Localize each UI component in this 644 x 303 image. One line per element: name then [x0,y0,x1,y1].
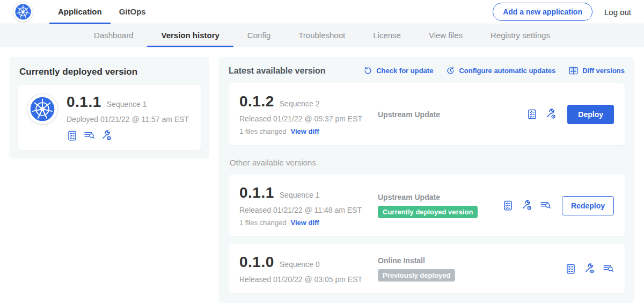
configure-automatic-updates-link[interactable]: Configure automatic updates [446,66,555,75]
preflight-checklist-icon[interactable] [526,109,538,120]
diff-versions-link[interactable]: Diff versions [568,66,625,76]
version-card-left: 0.1.1 Sequence 1 Released 01/21/22 @ 11:… [239,184,378,227]
tab-troubleshoot[interactable]: Troubleshoot [284,24,359,47]
nav-gitops-label: GitOps [119,7,146,16]
files-changed-label: 1 files changed [239,127,286,135]
tab-version-history[interactable]: Version history [147,24,233,47]
app-header: Application GitOps Add a new application… [0,0,644,24]
kubernetes-helm-icon [30,97,55,121]
version-card-middle: Online Install Previously deployed [378,256,565,282]
version-row: 0.1.1 Sequence 1 [239,184,378,201]
deploy-logs-icon[interactable] [603,263,614,275]
deployed-card-body: 0.1.1 Sequence 1 Deployed 01/21/22 @ 11:… [67,93,189,141]
config-wrench-eye-icon[interactable] [584,263,595,275]
tab-registry-settings[interactable]: Registry settings [477,24,564,47]
check-for-update-label: Check for update [376,67,433,75]
deploy-button[interactable]: Deploy [567,105,614,124]
version-card-0-1-0: 0.1.0 Sequence 0 Released 01/20/22 @ 03:… [229,244,625,293]
version-number: 0.1.0 [239,254,274,271]
version-card-left: 0.1.0 Sequence 0 Released 01/20/22 @ 03:… [239,254,378,284]
currently-deployed-panel: Currently deployed version 0.1.1 Sequenc… [10,57,209,158]
version-card-actions [565,263,614,275]
redeploy-button[interactable]: Redeploy [562,196,614,215]
version-row: 0.1.2 Sequence 2 [239,93,378,110]
main-content: Currently deployed version 0.1.1 Sequenc… [0,47,644,303]
other-versions-title: Other available versions [230,158,625,167]
latest-version-title: Latest available version [229,66,326,76]
version-source-label: Upstream Update [378,110,526,119]
header-spacer [155,0,493,24]
version-source-label: Upstream Update [378,193,502,201]
version-card-middle: Upstream Update [378,110,526,119]
version-card-left: 0.1.2 Sequence 2 Released 01/21/22 @ 05:… [239,93,378,135]
version-number: 0.1.1 [239,184,274,201]
currently-deployed-badge: Currently deployed version [378,206,478,218]
kubernetes-logo [13,2,33,22]
view-diff-link[interactable]: View diff [290,219,319,227]
logout-button[interactable]: Log out [604,8,631,17]
previously-deployed-badge: Previously deployed [378,269,455,282]
preflight-checklist-icon[interactable] [502,200,514,211]
deploy-logs-icon[interactable] [84,130,95,141]
nav-application-label: Application [58,7,102,16]
refresh-arrow-icon [363,66,372,75]
version-card-0-1-2: 0.1.2 Sequence 2 Released 01/21/22 @ 05:… [229,83,625,145]
version-row: 0.1.0 Sequence 0 [239,254,378,271]
released-timestamp: Released 01/20/22 @ 03:05 pm EST [239,275,378,284]
nav-item-application[interactable]: Application [49,0,111,24]
config-wrench-gear-icon[interactable] [521,200,532,211]
config-wrench-gear-icon[interactable] [101,130,112,141]
configure-automatic-updates-label: Configure automatic updates [459,67,555,75]
version-source-label: Online Install [378,256,565,265]
tab-dashboard[interactable]: Dashboard [80,24,147,47]
tab-view-files[interactable]: View files [415,24,477,47]
files-changed-label: 1 files changed [239,219,286,227]
diff-versions-label: Diff versions [582,67,625,75]
app-tabbar: Dashboard Version history Config Trouble… [0,24,644,47]
auto-update-clock-icon [446,66,455,75]
tab-config[interactable]: Config [233,24,284,47]
deploy-logs-icon[interactable] [540,200,551,211]
files-changed-row: 1 files changed View diff [239,127,378,135]
released-timestamp: Released 01/21/22 @ 05:37 pm EST [239,114,378,123]
files-changed-row: 1 files changed View diff [239,219,378,227]
config-wrench-gear-icon[interactable] [545,109,557,120]
nav-item-gitops[interactable]: GitOps [111,0,155,24]
diff-columns-icon [568,66,579,76]
preflight-checklist-icon[interactable] [67,130,78,141]
version-card-actions: Deploy [526,105,614,124]
update-actions: Check for update Configure automatic upd… [363,66,625,76]
version-card-0-1-1: 0.1.1 Sequence 1 Released 01/21/22 @ 11:… [229,175,625,236]
deployed-sequence-label: Sequence 1 [107,100,147,109]
deployed-timestamp: Deployed 01/21/22 @ 11:57 am EST [67,115,189,124]
version-number: 0.1.2 [239,93,274,110]
version-card-actions: Redeploy [502,196,614,215]
deployed-version-number: 0.1.1 [67,93,101,111]
add-new-application-button[interactable]: Add a new application [493,3,592,21]
deployed-icon-row [67,130,189,141]
sequence-label: Sequence 2 [280,99,320,108]
deployed-panel-title: Currently deployed version [19,67,201,77]
preflight-checklist-icon[interactable] [565,263,576,275]
kubernetes-helm-icon [15,4,31,20]
check-for-update-link[interactable]: Check for update [363,66,433,75]
tab-license[interactable]: License [359,24,415,47]
released-timestamp: Released 01/21/22 @ 11:48 am EST [239,206,378,214]
sequence-label: Sequence 0 [280,260,320,269]
version-history-panel: Latest available version Check for updat… [219,57,634,303]
deployed-version-row: 0.1.1 Sequence 1 [67,93,189,111]
latest-version-header: Latest available version Check for updat… [229,66,625,76]
version-card-middle: Upstream Update Currently deployed versi… [378,193,502,218]
sequence-label: Sequence 1 [280,191,320,199]
app-logo [27,93,58,125]
view-diff-link[interactable]: View diff [290,127,319,135]
deployed-version-card: 0.1.1 Sequence 1 Deployed 01/21/22 @ 11:… [18,85,201,150]
